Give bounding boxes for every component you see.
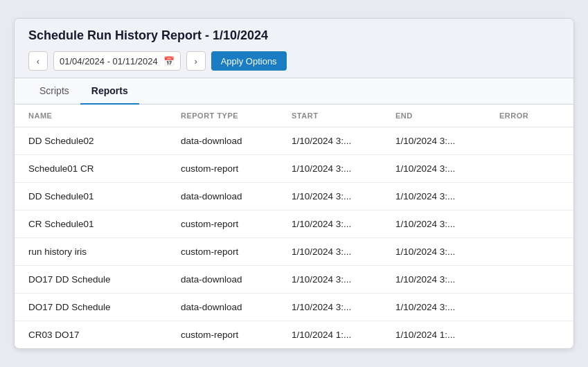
table-row[interactable]: CR03 DO17custom-report1/10/2024 1:...1/1… — [15, 321, 573, 349]
cell-end: 1/10/2024 3:... — [382, 127, 485, 155]
next-button[interactable]: › — [186, 51, 206, 71]
table-container: NAME REPORT TYPE START END ERROR DD Sche… — [15, 105, 573, 348]
cell-error — [485, 238, 573, 266]
tab-bar: Scripts Reports — [15, 78, 573, 105]
card-header: Schedule Run History Report - 1/10/2024 … — [15, 19, 573, 78]
cell-start: 1/10/2024 1:... — [278, 321, 382, 349]
date-range-display: 01/04/2024 - 01/11/2024 📅 — [53, 51, 181, 71]
cell-report_type: data-download — [167, 183, 278, 211]
apply-options-button[interactable]: Apply Options — [211, 51, 287, 71]
table-row[interactable]: DO17 DD Scheduledata-download1/10/2024 3… — [15, 294, 573, 321]
table-row[interactable]: run history iriscustom-report1/10/2024 3… — [15, 238, 573, 266]
cell-report_type: data-download — [167, 266, 278, 294]
table-row[interactable]: DD Schedule01data-download1/10/2024 3:..… — [15, 183, 573, 211]
cell-name: CR03 DO17 — [15, 321, 167, 349]
table-header-row: NAME REPORT TYPE START END ERROR — [15, 105, 573, 127]
col-header-start: START — [278, 105, 382, 127]
prev-button[interactable]: ‹ — [28, 51, 48, 71]
cell-start: 1/10/2024 3:... — [278, 127, 382, 155]
cell-error — [485, 183, 573, 211]
col-header-name: NAME — [15, 105, 167, 127]
cell-error — [485, 211, 573, 238]
table-row[interactable]: DD Schedule02data-download1/10/2024 3:..… — [15, 127, 573, 155]
cell-start: 1/10/2024 3:... — [278, 155, 382, 183]
col-header-end: END — [382, 105, 485, 127]
cell-end: 1/10/2024 3:... — [382, 238, 485, 266]
cell-end: 1/10/2024 3:... — [382, 183, 485, 211]
cell-name: DD Schedule02 — [15, 127, 167, 155]
cell-report_type: data-download — [167, 294, 278, 321]
table-row[interactable]: CR Schedule01custom-report1/10/2024 3:..… — [15, 211, 573, 238]
main-card: Schedule Run History Report - 1/10/2024 … — [14, 18, 574, 349]
cell-report_type: custom-report — [167, 211, 278, 238]
cell-start: 1/10/2024 3:... — [278, 294, 382, 321]
cell-name: DD Schedule01 — [15, 183, 167, 211]
table-row[interactable]: Schedule01 CRcustom-report1/10/2024 3:..… — [15, 155, 573, 183]
cell-name: DO17 DD Schedule — [15, 266, 167, 294]
cell-report_type: custom-report — [167, 238, 278, 266]
cell-name: Schedule01 CR — [15, 155, 167, 183]
cell-error — [485, 266, 573, 294]
toolbar: ‹ 01/04/2024 - 01/11/2024 📅 › Apply Opti… — [28, 51, 560, 71]
reports-table: NAME REPORT TYPE START END ERROR DD Sche… — [15, 105, 573, 348]
cell-name: DO17 DD Schedule — [15, 294, 167, 321]
cell-report_type: custom-report — [167, 155, 278, 183]
col-header-error: ERROR — [485, 105, 573, 127]
page-title: Schedule Run History Report - 1/10/2024 — [28, 28, 560, 43]
cell-error — [485, 155, 573, 183]
cell-end: 1/10/2024 1:... — [382, 321, 485, 349]
cell-end: 1/10/2024 3:... — [382, 211, 485, 238]
col-header-report-type: REPORT TYPE — [167, 105, 278, 127]
cell-start: 1/10/2024 3:... — [278, 266, 382, 294]
tab-scripts[interactable]: Scripts — [28, 78, 80, 105]
cell-error — [485, 294, 573, 321]
cell-start: 1/10/2024 3:... — [278, 211, 382, 238]
cell-name: CR Schedule01 — [15, 211, 167, 238]
cell-error — [485, 321, 573, 349]
cell-name: run history iris — [15, 238, 167, 266]
cell-end: 1/10/2024 3:... — [382, 155, 485, 183]
cell-start: 1/10/2024 3:... — [278, 183, 382, 211]
cell-report_type: custom-report — [167, 321, 278, 349]
cell-end: 1/10/2024 3:... — [382, 294, 485, 321]
table-row[interactable]: DO17 DD Scheduledata-download1/10/2024 3… — [15, 266, 573, 294]
calendar-icon: 📅 — [163, 56, 175, 66]
tab-reports[interactable]: Reports — [80, 78, 139, 105]
cell-start: 1/10/2024 3:... — [278, 238, 382, 266]
cell-report_type: data-download — [167, 127, 278, 155]
cell-end: 1/10/2024 3:... — [382, 266, 485, 294]
date-range-text: 01/04/2024 - 01/11/2024 — [60, 56, 158, 66]
cell-error — [485, 127, 573, 155]
